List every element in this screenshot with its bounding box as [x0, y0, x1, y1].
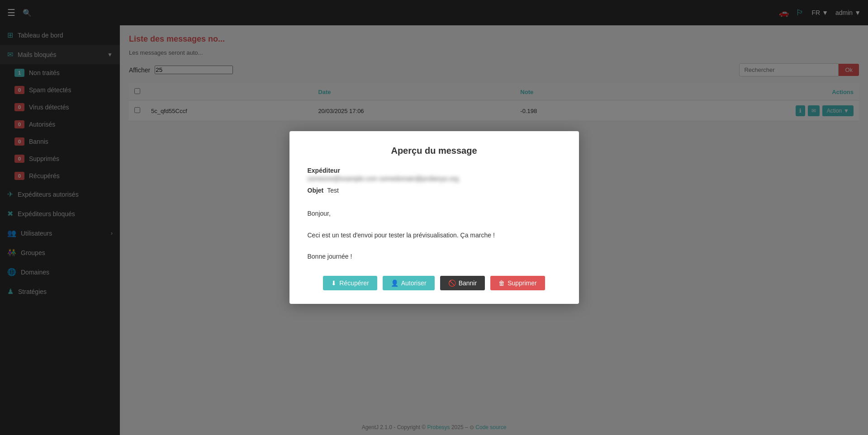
modal-apercu: Aperçu du message Expéditeur someone@exa…	[289, 131, 579, 304]
recuperer-label: Récupérer	[339, 279, 369, 287]
autoriser-button[interactable]: 👤 Autoriser	[383, 276, 435, 290]
recuperer-button[interactable]: ⬇ Récupérer	[323, 276, 377, 290]
supprimer-label: Supprimer	[508, 279, 537, 287]
autoriser-icon: 👤	[391, 279, 398, 287]
modal-expediteur-value: someone@example.com somedomain@probesys.…	[308, 175, 561, 182]
modal-objet-label: Objet	[308, 187, 324, 201]
modal-overlay[interactable]: Aperçu du message Expéditeur someone@exa…	[0, 0, 868, 435]
supprimer-icon: 🗑	[498, 279, 505, 287]
modal-title: Aperçu du message	[308, 146, 561, 156]
bannir-icon: 🚫	[448, 279, 456, 287]
modal-body-line1: Ceci est un test d'envoi pour tester la …	[308, 230, 561, 241]
modal-body: Bonjour, Ceci est un test d'envoi pour t…	[308, 208, 561, 262]
supprimer-button[interactable]: 🗑 Supprimer	[490, 276, 545, 290]
bannir-label: Bannir	[459, 279, 477, 287]
modal-objet-value: Test	[327, 187, 339, 194]
recuperer-icon: ⬇	[331, 279, 337, 287]
modal-footer: ⬇ Récupérer 👤 Autoriser 🚫 Bannir 🗑 Suppr…	[308, 276, 561, 290]
modal-body-line2: Bonne journée !	[308, 251, 561, 262]
autoriser-label: Autoriser	[401, 279, 427, 287]
bannir-button[interactable]: 🚫 Bannir	[440, 276, 485, 290]
modal-expediteur-label: Expéditeur	[308, 167, 561, 174]
modal-body-greeting: Bonjour,	[308, 208, 561, 219]
